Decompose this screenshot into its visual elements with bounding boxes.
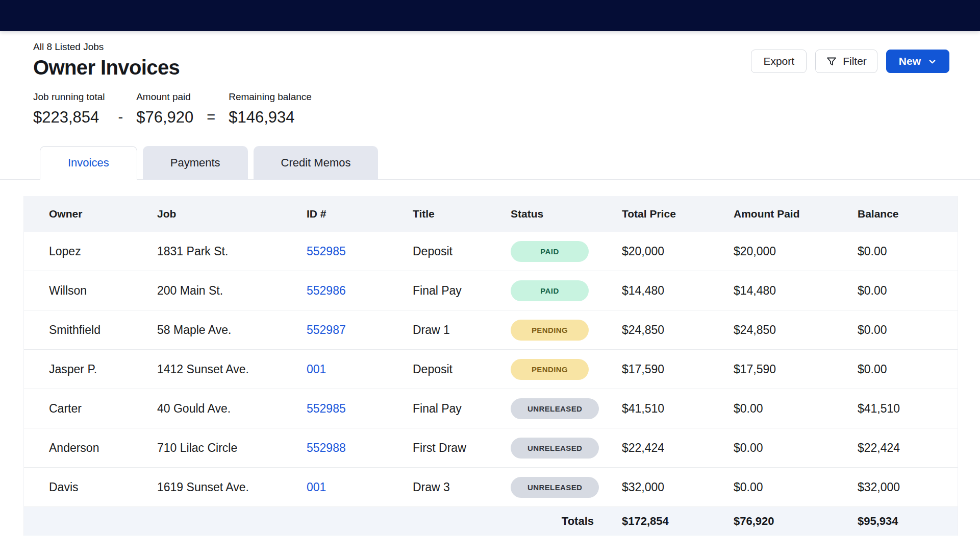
- funnel-icon: [826, 56, 837, 67]
- page-header: All 8 Listed Jobs Owner Invoices Export …: [0, 31, 980, 79]
- column-header-id: ID #: [307, 208, 413, 220]
- amount-paid-cell: $0.00: [734, 480, 858, 494]
- owner-cell: Davis: [49, 480, 157, 494]
- tab-bar: Invoices Payments Credit Memos: [0, 146, 980, 180]
- status-badge: PAID: [511, 241, 589, 262]
- title-cell: Final Pay: [413, 284, 511, 298]
- owner-cell: Anderson: [49, 441, 157, 455]
- title-cell: First Draw: [413, 441, 511, 455]
- tab-payments[interactable]: Payments: [143, 146, 248, 180]
- balance-cell: $41,510: [858, 402, 958, 416]
- invoice-id-link[interactable]: 001: [307, 363, 326, 376]
- job-cell: 1831 Park St.: [157, 245, 307, 258]
- column-header-job: Job: [157, 208, 307, 220]
- summary-value: $146,934: [229, 108, 312, 127]
- table-row: Davis 1619 Sunset Ave. 001 Draw 3 UNRELE…: [24, 468, 958, 507]
- export-button[interactable]: Export: [751, 50, 807, 73]
- invoice-id-link[interactable]: 552985: [307, 245, 346, 258]
- job-cell: 1619 Sunset Ave.: [157, 480, 307, 494]
- balance-cell: $22,424: [858, 441, 958, 455]
- table-row: Jasper P. 1412 Sunset Ave. 001 Deposit P…: [24, 350, 958, 389]
- column-header-total-price: Total Price: [622, 208, 734, 220]
- summary-label: Remaining balance: [229, 91, 312, 103]
- summary-remaining-balance: Remaining balance $146,934: [229, 91, 312, 127]
- balance-cell: $0.00: [858, 245, 958, 258]
- owner-cell: Lopez: [49, 245, 157, 258]
- amount-paid-cell: $20,000: [734, 245, 858, 258]
- column-header-owner: Owner: [49, 208, 157, 220]
- total-price-cell: $20,000: [622, 245, 734, 258]
- amount-paid-cell: $14,480: [734, 284, 858, 298]
- column-header-title: Title: [413, 208, 511, 220]
- invoice-id-link[interactable]: 552986: [307, 284, 346, 297]
- totals-balance: $95,934: [858, 515, 958, 528]
- column-header-balance: Balance: [858, 208, 958, 220]
- summary-value: $223,854: [33, 108, 105, 127]
- table-row: Willson 200 Main St. 552986 Final Pay PA…: [24, 271, 958, 310]
- jobs-filter-subtitle: All 8 Listed Jobs: [33, 41, 180, 53]
- table-body: Lopez 1831 Park St. 552985 Deposit PAID …: [24, 232, 958, 507]
- summary-bar: Job running total $223,854 - Amount paid…: [0, 79, 980, 127]
- owner-cell: Willson: [49, 284, 157, 298]
- invoice-id-link[interactable]: 001: [307, 480, 326, 494]
- job-cell: 1412 Sunset Ave.: [157, 363, 307, 376]
- invoice-id-link[interactable]: 552987: [307, 323, 346, 336]
- summary-label: Amount paid: [136, 91, 193, 103]
- summary-amount-paid: Amount paid $76,920: [136, 91, 193, 127]
- table-row: Carter 40 Gould Ave. 552985 Final Pay UN…: [24, 389, 958, 428]
- tab-credit-memos[interactable]: Credit Memos: [254, 146, 379, 180]
- invoice-id-link[interactable]: 552985: [307, 402, 346, 415]
- invoice-id-link[interactable]: 552988: [307, 441, 346, 454]
- header-actions: Export Filter New: [751, 50, 949, 73]
- job-cell: 58 Maple Ave.: [157, 323, 307, 337]
- job-cell: 40 Gould Ave.: [157, 402, 307, 416]
- total-price-cell: $14,480: [622, 284, 734, 298]
- status-badge: UNRELEASED: [511, 398, 599, 419]
- table-header-row: Owner Job ID # Title Status Total Price …: [24, 196, 958, 232]
- status-badge: UNRELEASED: [511, 438, 599, 459]
- totals-row: Totals $172,854 $76,920 $95,934: [24, 507, 958, 536]
- amount-paid-cell: $0.00: [734, 402, 858, 416]
- total-price-cell: $17,590: [622, 363, 734, 376]
- new-button[interactable]: New: [886, 50, 949, 73]
- filter-button[interactable]: Filter: [815, 50, 877, 73]
- summary-job-running-total: Job running total $223,854: [33, 91, 105, 127]
- summary-value: $76,920: [136, 108, 193, 127]
- totals-total-price: $172,854: [622, 515, 734, 528]
- total-price-cell: $24,850: [622, 323, 734, 337]
- totals-amount-paid: $76,920: [734, 515, 858, 528]
- table-row: Lopez 1831 Park St. 552985 Deposit PAID …: [24, 232, 958, 271]
- page-title: Owner Invoices: [33, 56, 180, 79]
- minus-operator: -: [118, 109, 123, 127]
- job-cell: 710 Lilac Circle: [157, 441, 307, 455]
- owner-cell: Smithfield: [49, 323, 157, 337]
- tab-invoices[interactable]: Invoices: [40, 146, 137, 180]
- amount-paid-cell: $17,590: [734, 363, 858, 376]
- status-badge: PAID: [511, 280, 589, 301]
- balance-cell: $32,000: [858, 480, 958, 494]
- table-row: Anderson 710 Lilac Circle 552988 First D…: [24, 428, 958, 468]
- owner-cell: Carter: [49, 402, 157, 416]
- title-cell: Draw 1: [413, 323, 511, 337]
- status-badge: UNRELEASED: [511, 477, 599, 498]
- title-cell: Final Pay: [413, 402, 511, 416]
- column-header-status: Status: [511, 208, 622, 220]
- total-price-cell: $22,424: [622, 441, 734, 455]
- new-button-label: New: [899, 55, 921, 67]
- page-title-block: All 8 Listed Jobs Owner Invoices: [33, 41, 180, 79]
- status-badge: PENDING: [511, 320, 589, 341]
- total-price-cell: $41,510: [622, 402, 734, 416]
- status-badge: PENDING: [511, 359, 589, 380]
- balance-cell: $0.00: [858, 284, 958, 298]
- amount-paid-cell: $24,850: [734, 323, 858, 337]
- owner-cell: Jasper P.: [49, 363, 157, 376]
- title-cell: Deposit: [413, 363, 511, 376]
- invoices-table: Owner Job ID # Title Status Total Price …: [23, 196, 958, 536]
- equals-operator: =: [207, 109, 215, 127]
- total-price-cell: $32,000: [622, 480, 734, 494]
- summary-label: Job running total: [33, 91, 105, 103]
- title-cell: Draw 3: [413, 480, 511, 494]
- table-row: Smithfield 58 Maple Ave. 552987 Draw 1 P…: [24, 310, 958, 350]
- totals-label: Totals: [511, 515, 622, 528]
- job-cell: 200 Main St.: [157, 284, 307, 298]
